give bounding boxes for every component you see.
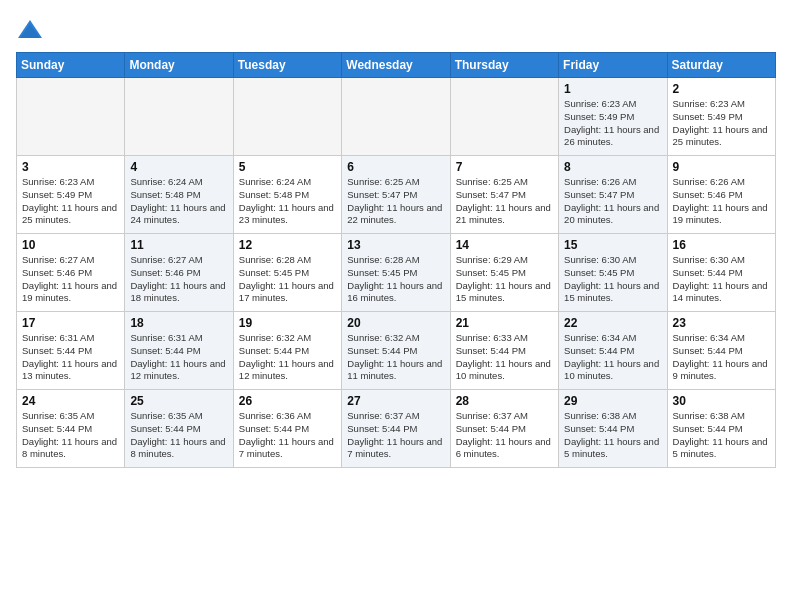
calendar-cell: 21Sunrise: 6:33 AM Sunset: 5:44 PM Dayli… (450, 312, 558, 390)
day-info: Sunrise: 6:37 AM Sunset: 5:44 PM Dayligh… (456, 410, 553, 461)
day-number: 17 (22, 316, 119, 330)
day-info: Sunrise: 6:32 AM Sunset: 5:44 PM Dayligh… (347, 332, 444, 383)
day-number: 16 (673, 238, 770, 252)
day-number: 8 (564, 160, 661, 174)
day-number: 15 (564, 238, 661, 252)
calendar-week-row: 1Sunrise: 6:23 AM Sunset: 5:49 PM Daylig… (17, 78, 776, 156)
day-number: 9 (673, 160, 770, 174)
calendar-cell: 16Sunrise: 6:30 AM Sunset: 5:44 PM Dayli… (667, 234, 775, 312)
calendar-cell: 24Sunrise: 6:35 AM Sunset: 5:44 PM Dayli… (17, 390, 125, 468)
calendar-cell: 12Sunrise: 6:28 AM Sunset: 5:45 PM Dayli… (233, 234, 341, 312)
day-info: Sunrise: 6:28 AM Sunset: 5:45 PM Dayligh… (347, 254, 444, 305)
weekday-header: Thursday (450, 53, 558, 78)
day-info: Sunrise: 6:32 AM Sunset: 5:44 PM Dayligh… (239, 332, 336, 383)
calendar-cell: 14Sunrise: 6:29 AM Sunset: 5:45 PM Dayli… (450, 234, 558, 312)
day-number: 3 (22, 160, 119, 174)
day-info: Sunrise: 6:34 AM Sunset: 5:44 PM Dayligh… (673, 332, 770, 383)
day-number: 18 (130, 316, 227, 330)
day-info: Sunrise: 6:35 AM Sunset: 5:44 PM Dayligh… (22, 410, 119, 461)
day-number: 19 (239, 316, 336, 330)
calendar-cell (125, 78, 233, 156)
day-info: Sunrise: 6:29 AM Sunset: 5:45 PM Dayligh… (456, 254, 553, 305)
day-number: 13 (347, 238, 444, 252)
calendar-cell (342, 78, 450, 156)
day-info: Sunrise: 6:23 AM Sunset: 5:49 PM Dayligh… (22, 176, 119, 227)
day-info: Sunrise: 6:31 AM Sunset: 5:44 PM Dayligh… (130, 332, 227, 383)
calendar-cell: 18Sunrise: 6:31 AM Sunset: 5:44 PM Dayli… (125, 312, 233, 390)
calendar-cell: 8Sunrise: 6:26 AM Sunset: 5:47 PM Daylig… (559, 156, 667, 234)
calendar-cell: 23Sunrise: 6:34 AM Sunset: 5:44 PM Dayli… (667, 312, 775, 390)
weekday-header: Friday (559, 53, 667, 78)
day-number: 2 (673, 82, 770, 96)
page: SundayMondayTuesdayWednesdayThursdayFrid… (0, 0, 792, 612)
day-number: 20 (347, 316, 444, 330)
day-number: 26 (239, 394, 336, 408)
calendar-cell: 10Sunrise: 6:27 AM Sunset: 5:46 PM Dayli… (17, 234, 125, 312)
calendar-cell: 30Sunrise: 6:38 AM Sunset: 5:44 PM Dayli… (667, 390, 775, 468)
calendar-cell: 17Sunrise: 6:31 AM Sunset: 5:44 PM Dayli… (17, 312, 125, 390)
calendar-cell: 3Sunrise: 6:23 AM Sunset: 5:49 PM Daylig… (17, 156, 125, 234)
day-number: 7 (456, 160, 553, 174)
calendar-cell: 11Sunrise: 6:27 AM Sunset: 5:46 PM Dayli… (125, 234, 233, 312)
day-info: Sunrise: 6:25 AM Sunset: 5:47 PM Dayligh… (456, 176, 553, 227)
day-info: Sunrise: 6:36 AM Sunset: 5:44 PM Dayligh… (239, 410, 336, 461)
day-info: Sunrise: 6:35 AM Sunset: 5:44 PM Dayligh… (130, 410, 227, 461)
day-info: Sunrise: 6:33 AM Sunset: 5:44 PM Dayligh… (456, 332, 553, 383)
day-info: Sunrise: 6:23 AM Sunset: 5:49 PM Dayligh… (564, 98, 661, 149)
calendar-cell: 27Sunrise: 6:37 AM Sunset: 5:44 PM Dayli… (342, 390, 450, 468)
day-number: 28 (456, 394, 553, 408)
calendar-cell: 15Sunrise: 6:30 AM Sunset: 5:45 PM Dayli… (559, 234, 667, 312)
calendar-cell: 29Sunrise: 6:38 AM Sunset: 5:44 PM Dayli… (559, 390, 667, 468)
logo (16, 16, 48, 44)
day-number: 25 (130, 394, 227, 408)
calendar-cell: 26Sunrise: 6:36 AM Sunset: 5:44 PM Dayli… (233, 390, 341, 468)
day-number: 22 (564, 316, 661, 330)
calendar-week-row: 17Sunrise: 6:31 AM Sunset: 5:44 PM Dayli… (17, 312, 776, 390)
day-info: Sunrise: 6:27 AM Sunset: 5:46 PM Dayligh… (130, 254, 227, 305)
weekday-header-row: SundayMondayTuesdayWednesdayThursdayFrid… (17, 53, 776, 78)
calendar-cell: 5Sunrise: 6:24 AM Sunset: 5:48 PM Daylig… (233, 156, 341, 234)
calendar-cell: 2Sunrise: 6:23 AM Sunset: 5:49 PM Daylig… (667, 78, 775, 156)
calendar-cell: 19Sunrise: 6:32 AM Sunset: 5:44 PM Dayli… (233, 312, 341, 390)
day-info: Sunrise: 6:24 AM Sunset: 5:48 PM Dayligh… (130, 176, 227, 227)
day-number: 29 (564, 394, 661, 408)
day-number: 12 (239, 238, 336, 252)
day-number: 24 (22, 394, 119, 408)
calendar-cell: 1Sunrise: 6:23 AM Sunset: 5:49 PM Daylig… (559, 78, 667, 156)
day-number: 5 (239, 160, 336, 174)
weekday-header: Tuesday (233, 53, 341, 78)
calendar-cell (450, 78, 558, 156)
day-info: Sunrise: 6:23 AM Sunset: 5:49 PM Dayligh… (673, 98, 770, 149)
day-number: 11 (130, 238, 227, 252)
day-info: Sunrise: 6:31 AM Sunset: 5:44 PM Dayligh… (22, 332, 119, 383)
calendar-cell: 6Sunrise: 6:25 AM Sunset: 5:47 PM Daylig… (342, 156, 450, 234)
day-info: Sunrise: 6:28 AM Sunset: 5:45 PM Dayligh… (239, 254, 336, 305)
calendar-cell: 13Sunrise: 6:28 AM Sunset: 5:45 PM Dayli… (342, 234, 450, 312)
calendar-cell: 20Sunrise: 6:32 AM Sunset: 5:44 PM Dayli… (342, 312, 450, 390)
day-info: Sunrise: 6:26 AM Sunset: 5:46 PM Dayligh… (673, 176, 770, 227)
day-number: 4 (130, 160, 227, 174)
calendar-cell: 25Sunrise: 6:35 AM Sunset: 5:44 PM Dayli… (125, 390, 233, 468)
calendar-cell: 28Sunrise: 6:37 AM Sunset: 5:44 PM Dayli… (450, 390, 558, 468)
day-info: Sunrise: 6:30 AM Sunset: 5:45 PM Dayligh… (564, 254, 661, 305)
day-info: Sunrise: 6:27 AM Sunset: 5:46 PM Dayligh… (22, 254, 119, 305)
weekday-header: Saturday (667, 53, 775, 78)
weekday-header: Wednesday (342, 53, 450, 78)
calendar-cell: 4Sunrise: 6:24 AM Sunset: 5:48 PM Daylig… (125, 156, 233, 234)
day-info: Sunrise: 6:24 AM Sunset: 5:48 PM Dayligh… (239, 176, 336, 227)
day-info: Sunrise: 6:25 AM Sunset: 5:47 PM Dayligh… (347, 176, 444, 227)
day-info: Sunrise: 6:34 AM Sunset: 5:44 PM Dayligh… (564, 332, 661, 383)
calendar-week-row: 3Sunrise: 6:23 AM Sunset: 5:49 PM Daylig… (17, 156, 776, 234)
day-info: Sunrise: 6:38 AM Sunset: 5:44 PM Dayligh… (673, 410, 770, 461)
calendar-cell (17, 78, 125, 156)
calendar-week-row: 10Sunrise: 6:27 AM Sunset: 5:46 PM Dayli… (17, 234, 776, 312)
day-number: 30 (673, 394, 770, 408)
day-info: Sunrise: 6:30 AM Sunset: 5:44 PM Dayligh… (673, 254, 770, 305)
day-number: 27 (347, 394, 444, 408)
calendar-cell: 22Sunrise: 6:34 AM Sunset: 5:44 PM Dayli… (559, 312, 667, 390)
day-number: 1 (564, 82, 661, 96)
calendar-cell: 9Sunrise: 6:26 AM Sunset: 5:46 PM Daylig… (667, 156, 775, 234)
day-number: 6 (347, 160, 444, 174)
logo-icon (16, 16, 44, 44)
day-number: 23 (673, 316, 770, 330)
